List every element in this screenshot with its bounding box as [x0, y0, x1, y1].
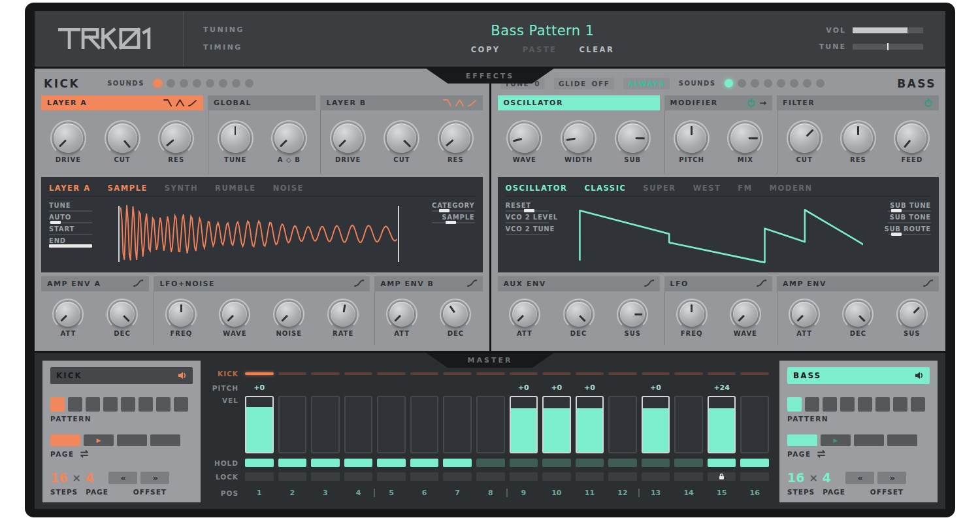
vel-bar-6[interactable]: [410, 396, 439, 453]
att-knob[interactable]: [512, 302, 537, 327]
power-icon[interactable]: [924, 98, 933, 107]
speaker-icon[interactable]: [915, 371, 924, 380]
vel-bar-5[interactable]: [377, 396, 406, 453]
vel-bar-16[interactable]: [740, 396, 769, 453]
pattern-slot-5[interactable]: [121, 397, 135, 412]
volume-slider[interactable]: [853, 27, 923, 33]
pattern-slot-3[interactable]: [86, 397, 100, 412]
param-sub-route[interactable]: SUB ROUTE: [884, 225, 931, 235]
pitch-value-3[interactable]: [311, 382, 340, 395]
steps-value[interactable]: 16: [787, 470, 804, 485]
a-b-knob[interactable]: [274, 123, 304, 153]
panel-header-layer-b[interactable]: LAYER B: [320, 95, 482, 110]
nav-timing[interactable]: TIMING: [203, 43, 304, 52]
dec-knob[interactable]: [566, 302, 591, 327]
att-knob[interactable]: [389, 302, 414, 327]
tab-rumble[interactable]: RUMBLE: [215, 184, 256, 193]
sound-slot-2[interactable]: [167, 79, 175, 88]
sound-slot-5[interactable]: [206, 79, 214, 88]
hold-step-4[interactable]: [344, 459, 373, 467]
vel-bar-8[interactable]: [476, 396, 505, 453]
power-icon[interactable]: [747, 98, 756, 107]
lock-step-6[interactable]: [410, 472, 439, 481]
param-sub-tune[interactable]: SUB TUNE: [888, 202, 931, 212]
pitch-value-5[interactable]: [377, 382, 406, 395]
tune-knob[interactable]: [221, 123, 250, 153]
lock-step-13[interactable]: [642, 472, 670, 481]
track-header-kick[interactable]: KICK: [50, 367, 193, 384]
param-slider[interactable]: [432, 222, 475, 223]
res-knob[interactable]: [161, 123, 191, 153]
param-handle[interactable]: [439, 209, 449, 212]
hold-step-8[interactable]: [476, 459, 505, 467]
pattern-slot-6[interactable]: [139, 397, 153, 412]
param-reset[interactable]: RESET: [506, 202, 568, 212]
noise-knob[interactable]: [276, 302, 301, 327]
drive-knob[interactable]: [333, 123, 363, 153]
lock-step-16[interactable]: [740, 472, 769, 481]
hold-step-5[interactable]: [377, 459, 406, 467]
offset-prev-button[interactable]: «: [845, 472, 874, 484]
offset-next-button[interactable]: »: [877, 472, 906, 484]
lock-step-9[interactable]: [510, 472, 538, 481]
page-value[interactable]: 4: [823, 470, 831, 485]
pattern-title[interactable]: Bass Pattern 1: [491, 23, 594, 39]
feed-knob[interactable]: [897, 123, 926, 153]
hold-step-16[interactable]: [740, 459, 769, 467]
page-button-1[interactable]: [787, 434, 817, 446]
tab-master[interactable]: MASTER: [426, 353, 554, 368]
param-slider[interactable]: [506, 222, 549, 223]
tab-effects[interactable]: EFFECTS: [426, 69, 554, 84]
pitch-value-9[interactable]: +0: [510, 382, 538, 395]
param-handle[interactable]: [50, 221, 61, 224]
pitch-value-16[interactable]: [740, 382, 769, 395]
wave-knob[interactable]: [510, 123, 539, 153]
sound-slot-1[interactable]: [725, 79, 733, 88]
pattern-slot-4[interactable]: [840, 397, 855, 412]
hold-step-14[interactable]: [674, 459, 703, 467]
vel-bar-12[interactable]: [608, 396, 637, 453]
cut-knob[interactable]: [790, 123, 819, 153]
pattern-slot-6[interactable]: [875, 397, 890, 412]
wave-knob[interactable]: [222, 302, 247, 327]
env-header-amp-env-a[interactable]: AMP ENV A: [41, 276, 149, 291]
sus-knob[interactable]: [900, 302, 924, 327]
vel-bar-10[interactable]: [542, 396, 571, 453]
pitch-value-13[interactable]: +0: [642, 382, 670, 395]
paste-button[interactable]: PASTE: [523, 45, 557, 54]
dec-knob[interactable]: [443, 302, 468, 327]
vel-bar-13[interactable]: [642, 396, 670, 453]
kick-trigger-cell[interactable]: [377, 370, 406, 378]
freq-knob[interactable]: [169, 302, 193, 327]
vel-bar-2[interactable]: [278, 396, 307, 453]
vel-bar-9[interactable]: [510, 396, 538, 453]
param-slider[interactable]: [49, 222, 92, 223]
sus-knob[interactable]: [620, 302, 645, 327]
att-knob[interactable]: [792, 302, 817, 327]
speaker-icon[interactable]: [178, 371, 187, 380]
param-sub-tone[interactable]: SUB TONE: [888, 214, 931, 223]
hold-step-6[interactable]: [410, 459, 439, 467]
tune-slider[interactable]: [853, 44, 923, 50]
tab-modern[interactable]: MODERN: [770, 184, 813, 193]
sound-slot-8[interactable]: [816, 79, 825, 88]
param-slider[interactable]: [888, 210, 931, 212]
kick-trigger-cell[interactable]: [410, 370, 439, 378]
env-header-amp-env[interactable]: AMP ENV: [777, 276, 939, 291]
pattern-slot-8[interactable]: [174, 397, 188, 412]
page-button-3[interactable]: [854, 434, 884, 446]
wave-knob[interactable]: [733, 302, 758, 327]
mix-knob[interactable]: [730, 123, 760, 153]
kick-trigger-cell[interactable]: [245, 370, 274, 378]
pitch-value-11[interactable]: +0: [576, 382, 604, 395]
sound-slot-2[interactable]: [738, 79, 746, 88]
param-start[interactable]: START: [49, 225, 112, 235]
pitch-value-15[interactable]: +24: [708, 382, 736, 395]
tab-classic[interactable]: CLASSIC: [584, 184, 626, 193]
param-vco-2-level[interactable]: VCO 2 LEVEL: [506, 214, 568, 223]
clear-button[interactable]: CLEAR: [579, 45, 614, 54]
pattern-slot-8[interactable]: [911, 397, 925, 412]
param-auto[interactable]: AUTO: [49, 214, 112, 223]
lock-step-14[interactable]: [674, 472, 703, 481]
hold-step-9[interactable]: [510, 459, 538, 467]
